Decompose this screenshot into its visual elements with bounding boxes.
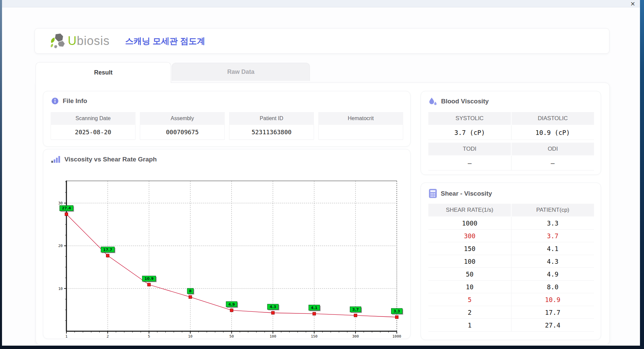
shear-rate-cell: 1000 — [428, 217, 511, 229]
shear-rate-cell: 10 — [428, 281, 511, 293]
section-title: Shear - Viscosity — [441, 190, 492, 197]
table-row: 3003.7 — [428, 230, 594, 242]
table-row: 3.7 (cP) 10.9 (cP) — [428, 125, 594, 140]
field-value: 2025-08-20 — [51, 125, 136, 140]
column-header-shear-rate: SHEAR RATE(1/s) — [428, 204, 511, 216]
viscosity-graph-card: Viscosity vs Shear Rate Graph 1020301251… — [43, 149, 411, 339]
shear-rate-cell: 2 — [428, 306, 511, 318]
shear-rate-cell: 50 — [428, 268, 511, 280]
field-label: Hematocrit — [318, 112, 403, 125]
svg-text:10: 10 — [58, 287, 63, 291]
field-patient-id: Patient ID 52311363800 — [229, 112, 314, 140]
field-value — [318, 125, 403, 140]
logo-text: Ubiosis — [68, 35, 110, 47]
svg-text:27.4: 27.4 — [62, 206, 71, 210]
bar-chart-icon — [51, 155, 60, 163]
todi-value: – — [428, 156, 511, 170]
table-row: – – — [428, 156, 594, 170]
section-title: Blood Viscosity — [441, 98, 489, 105]
shear-rate-cell: 300 — [428, 230, 511, 242]
column-header: ODI — [512, 143, 594, 155]
field-scanning-date: Scanning Date 2025-08-20 — [51, 112, 136, 140]
file-info-card: File Info Scanning Date 2025-08-20 Assem… — [43, 91, 411, 147]
blood-viscosity-title-row: Blood Viscosity — [429, 97, 489, 105]
svg-text:100: 100 — [270, 334, 276, 339]
tab-result[interactable]: Result — [36, 62, 171, 83]
app-window: × Ubiosis 스캐닝 모세관 점도계 Result Raw Data — [2, 0, 640, 346]
svg-text:17.7: 17.7 — [103, 248, 112, 252]
file-info-title-row: File Info — [51, 97, 87, 105]
blood-viscosity-table: SYSTOLIC DIASTOLIC 3.7 (cP) 10.9 (cP) TO… — [428, 112, 594, 173]
patient-cell: 4.9 — [511, 268, 594, 280]
viscosity-chart: 1020301251050100150300100027.417.710.984… — [53, 173, 401, 338]
shear-rate-cell: 5 — [428, 293, 511, 306]
file-info-fields: Scanning Date 2025-08-20 Assembly 000709… — [51, 112, 403, 140]
shear-viscosity-card: Shear - Viscosity SHEAR RATE(1/s) PATIEN… — [421, 183, 601, 340]
field-value: 000709675 — [140, 125, 225, 140]
column-header-patient: PATIENT(cp) — [512, 204, 594, 216]
field-label: Scanning Date — [51, 112, 136, 125]
info-icon — [51, 97, 59, 105]
svg-text:150: 150 — [311, 334, 318, 339]
table-row: 10003.3 — [428, 217, 594, 230]
table-row: 1004.3 — [428, 255, 594, 268]
tab-raw-data[interactable]: Raw Data — [172, 63, 310, 81]
window-titlebar: × — [2, 0, 640, 7]
table-header-row: SYSTOLIC DIASTOLIC — [428, 112, 594, 125]
result-tab-panel: File Info Scanning Date 2025-08-20 Assem… — [36, 83, 610, 345]
systolic-value: 3.7 (cP) — [428, 125, 511, 140]
field-hematocrit: Hematocrit — [318, 112, 403, 140]
patient-cell: 3.7 — [511, 230, 594, 242]
table-row: 217.7 — [428, 306, 594, 319]
column-header: SYSTOLIC — [428, 112, 511, 125]
svg-text:300: 300 — [352, 334, 359, 339]
svg-text:2: 2 — [107, 334, 109, 339]
patient-cell: 4.1 — [511, 242, 594, 255]
field-label: Patient ID — [229, 112, 314, 125]
table-row: 108.0 — [428, 281, 594, 293]
ubiosis-logo-icon — [50, 33, 67, 49]
shear-rate-cell: 150 — [428, 242, 511, 255]
table-header-row: TODI ODI — [428, 143, 594, 155]
patient-cell: 8.0 — [511, 281, 594, 293]
calculator-icon — [429, 189, 437, 198]
table-row: 1504.1 — [428, 242, 594, 255]
svg-text:5: 5 — [148, 334, 150, 339]
field-label: Assembly — [140, 112, 225, 125]
patient-cell: 17.7 — [511, 306, 594, 318]
field-value: 52311363800 — [229, 125, 314, 140]
svg-text:3.3: 3.3 — [393, 309, 400, 313]
shear-rate-cell: 1 — [428, 319, 511, 331]
column-header: TODI — [428, 143, 511, 155]
field-assembly: Assembly 000709675 — [140, 112, 225, 140]
shear-viscosity-title-row: Shear - Viscosity — [429, 189, 492, 198]
droplets-icon — [429, 97, 437, 105]
svg-text:50: 50 — [229, 334, 234, 339]
patient-cell: 27.4 — [511, 319, 594, 331]
desktop-edge — [640, 0, 644, 349]
table-row: 504.9 — [428, 268, 594, 281]
diastolic-value: 10.9 (cP) — [511, 125, 594, 140]
close-icon[interactable]: × — [630, 0, 635, 7]
svg-text:30: 30 — [58, 201, 63, 205]
table-row: 127.4 — [428, 319, 594, 332]
svg-text:1000: 1000 — [392, 334, 401, 339]
odi-value: – — [511, 156, 594, 170]
svg-text:20: 20 — [58, 244, 63, 248]
ubiosis-logo: Ubiosis — [50, 33, 110, 49]
svg-text:4.1: 4.1 — [311, 306, 318, 310]
patient-cell: 3.3 — [511, 217, 594, 229]
section-title: Viscosity vs Shear Rate Graph — [64, 156, 157, 163]
svg-text:4.3: 4.3 — [270, 305, 276, 309]
svg-text:8: 8 — [189, 289, 192, 293]
svg-text:10: 10 — [188, 334, 193, 339]
shear-viscosity-table: SHEAR RATE(1/s) PATIENT(cp) 10003.33003.… — [428, 204, 594, 332]
patient-cell: 4.3 — [511, 255, 594, 267]
svg-text:4.9: 4.9 — [228, 302, 235, 307]
patient-cell: 10.9 — [511, 293, 594, 306]
header-card: Ubiosis 스캐닝 모세관 점도계 — [35, 28, 609, 54]
column-header: DIASTOLIC — [512, 112, 594, 125]
table-row: 510.9 — [428, 293, 594, 306]
svg-text:10.9: 10.9 — [145, 277, 154, 281]
page-title: 스캐닝 모세관 점도계 — [125, 36, 205, 47]
